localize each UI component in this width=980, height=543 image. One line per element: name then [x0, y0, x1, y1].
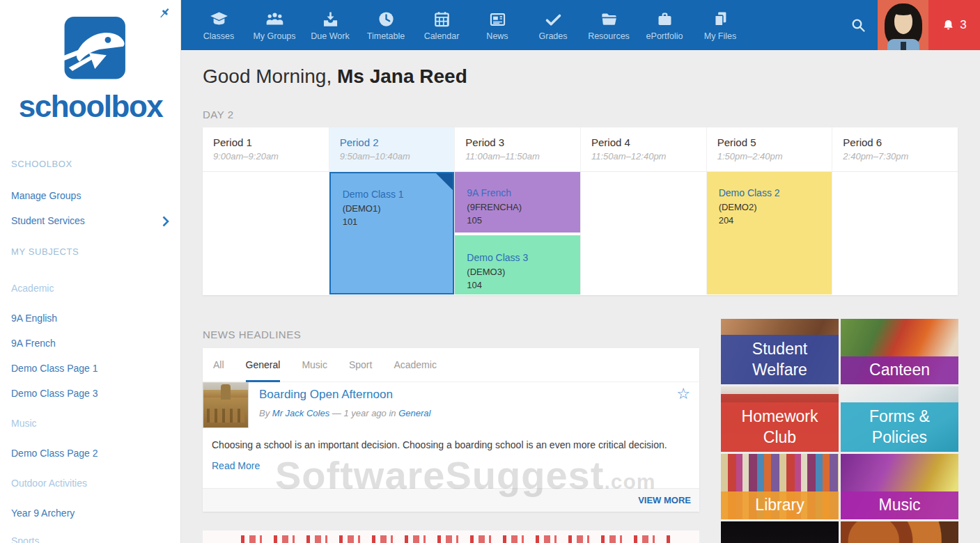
period-3-header[interactable]: Period 3 11:00am–11:50am	[454, 127, 580, 171]
class-link[interactable]: Demo Class 1	[343, 189, 444, 200]
news-icon	[488, 9, 507, 29]
tile-homework-club[interactable]: Homework Club	[721, 386, 839, 452]
class-card-demo-class-3[interactable]: Demo Class 3 (DEMO3) 104	[455, 235, 580, 294]
period-4-header[interactable]: Period 4 11:50am–12:40pm	[580, 127, 706, 171]
nav-right-controls: 3	[839, 0, 980, 50]
read-more-link[interactable]: Read More	[212, 460, 260, 471]
user-avatar[interactable]	[878, 0, 928, 50]
news-panel: All General Music Sport Academic Boardin…	[203, 348, 699, 512]
period-2-header[interactable]: Period 2 9:50am–10:40am	[329, 127, 455, 171]
period-time: 9:00am–9:20am	[213, 151, 329, 162]
greeting-text: Good Morning,	[203, 65, 332, 87]
article-category-link[interactable]: General	[398, 408, 430, 418]
nav-item-resources[interactable]: Resources	[581, 0, 637, 50]
class-room: 101	[343, 217, 444, 227]
tab-academic[interactable]: Academic	[394, 348, 436, 381]
period-name: Period 2	[340, 136, 455, 148]
sidebar-item-year-9-archery[interactable]: Year 9 Archery	[11, 507, 75, 519]
tile-student-welfare[interactable]: Student Welfare	[721, 319, 839, 384]
tab-sport[interactable]: Sport	[349, 348, 372, 381]
sidebar-item-demo-class-page-2[interactable]: Demo Class Page 2	[11, 448, 98, 459]
tile-canteen[interactable]: Canteen	[841, 319, 958, 384]
tile-label: Music	[841, 491, 958, 519]
timetable-day-label: DAY 2	[203, 109, 233, 120]
nav-item-my-files[interactable]: My Files	[692, 0, 748, 50]
period-name: Period 6	[843, 136, 958, 148]
sidebar-section-my-subjects: MY SUBJECTS	[11, 246, 79, 257]
avatar-collar	[901, 42, 906, 50]
period-5-header[interactable]: Period 5 1:50pm–2:40pm	[706, 127, 832, 171]
bell-icon	[942, 19, 955, 32]
period-name: Period 3	[465, 136, 580, 148]
sidebar-heading-outdoor-activities: Outdoor Activities	[11, 478, 87, 489]
class-card-demo-class-1[interactable]: Demo Class 1 (DEMO1) 101	[329, 172, 455, 294]
nav-item-news[interactable]: News	[469, 0, 525, 50]
sidebar: schoolbox SCHOOLBOX Manage Groups Studen…	[0, 0, 181, 543]
main-content: Good Morning, Ms Jana Reed DAY 2 Period …	[181, 50, 980, 543]
article-title-link[interactable]: Boarding Open Afternoon	[259, 388, 393, 402]
nav-items: Classes My Groups Due Work Timetable Cal	[181, 0, 748, 50]
sidebar-item-demo-class-page-3[interactable]: Demo Class Page 3	[11, 388, 98, 399]
nav-item-timetable[interactable]: Timetable	[358, 0, 414, 50]
class-card-9a-french[interactable]: 9A French (9FRENCHA) 105	[455, 172, 580, 233]
article-thumbnail[interactable]	[203, 382, 249, 428]
tab-all[interactable]: All	[213, 348, 224, 381]
class-link[interactable]: Demo Class 2	[719, 187, 823, 198]
tile-label: Forms & Policies	[841, 402, 958, 452]
calendar-icon	[433, 9, 451, 29]
nav-label: Timetable	[367, 31, 405, 41]
byline-time: — 1 year ago in	[332, 408, 396, 418]
star-favorite-icon[interactable]: ☆	[676, 386, 690, 402]
nav-item-grades[interactable]: Grades	[525, 0, 581, 50]
sidebar-section-schoolbox: SCHOOLBOX	[11, 159, 72, 169]
schoolbox-logo[interactable]: schoolbox	[0, 15, 181, 124]
sidebar-item-9a-french[interactable]: 9A French	[11, 338, 56, 349]
class-code: (DEMO3)	[467, 267, 570, 277]
period-4-cell	[580, 172, 706, 294]
nav-label: Classes	[203, 31, 234, 41]
tile-partial-drama[interactable]	[721, 521, 839, 543]
nav-item-eportfolio[interactable]: ePortfolio	[637, 0, 692, 50]
period-1-header[interactable]: Period 1 9:00am–9:20am	[203, 127, 329, 171]
class-code: (9FRENCHA)	[467, 202, 570, 212]
tab-music[interactable]: Music	[302, 348, 327, 381]
article-excerpt: Choosing a school is an important decisi…	[212, 439, 685, 450]
article-author-link[interactable]: Mr Jack Coles	[272, 408, 329, 418]
search-button[interactable]	[839, 0, 878, 50]
nav-item-calendar[interactable]: Calendar	[414, 0, 469, 50]
tile-library[interactable]: Library	[721, 454, 839, 519]
tile-music[interactable]: Music	[841, 454, 958, 519]
tile-forms-policies[interactable]: Forms & Policies	[841, 386, 958, 452]
class-code: (DEMO1)	[343, 203, 444, 214]
user-name: Ms Jana Reed	[337, 65, 467, 87]
period-5-cell: Demo Class 2 (DEMO2) 204	[706, 172, 832, 294]
nav-label: Grades	[539, 31, 568, 41]
nav-item-due-work[interactable]: Due Work	[302, 0, 358, 50]
period-6-header[interactable]: Period 6 2:40pm–7:30pm	[832, 127, 958, 171]
class-link[interactable]: Demo Class 3	[467, 252, 570, 263]
sidebar-item-manage-groups[interactable]: Manage Groups	[11, 190, 81, 201]
period-2-cell: Demo Class 1 (DEMO1) 101	[329, 172, 455, 294]
nav-label: News	[486, 31, 508, 41]
tile-partial-sport[interactable]	[841, 521, 958, 543]
nav-item-my-groups[interactable]: My Groups	[247, 0, 302, 50]
nav-item-classes[interactable]: Classes	[191, 0, 247, 50]
sidebar-item-demo-class-page-1[interactable]: Demo Class Page 1	[11, 363, 98, 374]
byline-by: By	[259, 408, 270, 418]
period-name: Period 4	[591, 136, 706, 148]
tab-general[interactable]: General	[246, 348, 281, 381]
view-more-link[interactable]: VIEW MORE	[638, 495, 691, 505]
notification-count-badge: 3	[960, 18, 966, 32]
tile-label: Library	[721, 491, 839, 519]
notifications-button[interactable]: 3	[928, 0, 980, 50]
top-navigation-bar: Classes My Groups Due Work Timetable Cal	[181, 0, 980, 50]
sidebar-item-9a-english[interactable]: 9A English	[11, 313, 57, 324]
nav-label: Resources	[588, 31, 630, 41]
chevron-right-icon[interactable]	[162, 216, 169, 227]
class-link[interactable]: 9A French	[467, 187, 570, 198]
timetable-panel: Period 1 9:00am–9:20am Period 2 9:50am–1…	[203, 127, 958, 295]
sidebar-item-student-services[interactable]: Student Services	[11, 215, 85, 226]
resources-icon	[600, 9, 619, 29]
article-byline: By Mr Jack Coles — 1 year ago in General	[259, 408, 430, 418]
class-card-demo-class-2[interactable]: Demo Class 2 (DEMO2) 204	[707, 172, 832, 294]
